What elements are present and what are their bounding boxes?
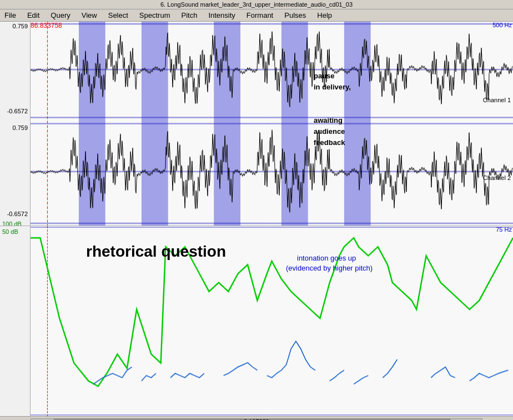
title-bar: 6. LongSound market_leader_3rd_upper_int… <box>0 0 513 9</box>
channel1-label: Channel 1 <box>483 97 511 103</box>
y-label-bot-ch1: -0.6572 <box>7 108 28 114</box>
menu-edit[interactable]: Edit <box>25 11 42 20</box>
scrollbar-row: 3.107829 <box>0 417 513 420</box>
menu-query[interactable]: Query <box>48 11 72 20</box>
pitch-canvas[interactable] <box>31 226 513 416</box>
menu-pitch[interactable]: Pitch <box>179 11 200 20</box>
waveform-canvas-area[interactable]: 86.833758 Channel 1 Channel 2 500 Hz pau… <box>31 22 513 226</box>
menu-pulses[interactable]: Pulses <box>282 11 308 20</box>
bottom-bar: 3.107829 86.729388 86.729388 Visible par… <box>0 416 513 420</box>
menu-spectrum[interactable]: Spectrum <box>137 11 173 20</box>
pitch-section: 50 dB rhetorical question intonation goe… <box>0 226 513 416</box>
menu-select[interactable]: Select <box>106 11 130 20</box>
y-label-top-ch1: 0.759 <box>12 23 28 29</box>
menu-view[interactable]: View <box>79 11 99 20</box>
waveform-canvas[interactable] <box>31 22 513 226</box>
waveform-section: 0.759 -0.6572 0.759 -0.6572 100 dB 86.83… <box>0 22 513 226</box>
menu-bar: File Edit Query View Select Spectrum Pit… <box>0 9 513 22</box>
red-time-value: 86.833758 <box>31 22 62 29</box>
db-label-50: 50 dB <box>2 228 18 235</box>
menu-intensity[interactable]: Intensity <box>206 11 237 20</box>
menu-formant[interactable]: Formant <box>244 11 275 20</box>
y-label-bot-ch2: -0.6572 <box>7 211 28 217</box>
y-label-top-ch2: 0.759 <box>12 124 28 131</box>
channel2-label: Channel 2 <box>483 174 511 181</box>
menu-file[interactable]: File <box>2 11 18 20</box>
hz-500-label: 500 Hz <box>492 22 512 28</box>
pitch-y-axis: 50 dB <box>0 226 31 416</box>
window-title: 6. LongSound market_leader_3rd_upper_int… <box>160 1 353 8</box>
main-content: 0.759 -0.6572 0.759 -0.6572 100 dB 86.83… <box>0 22 513 416</box>
pitch-canvas-area[interactable]: rhetorical question intonation goes up (… <box>31 226 513 416</box>
hz-75-label: 75 Hz <box>496 226 512 233</box>
menu-help[interactable]: Help <box>315 11 334 20</box>
waveform-y-axis: 0.759 -0.6572 0.759 -0.6572 100 dB <box>0 22 31 226</box>
